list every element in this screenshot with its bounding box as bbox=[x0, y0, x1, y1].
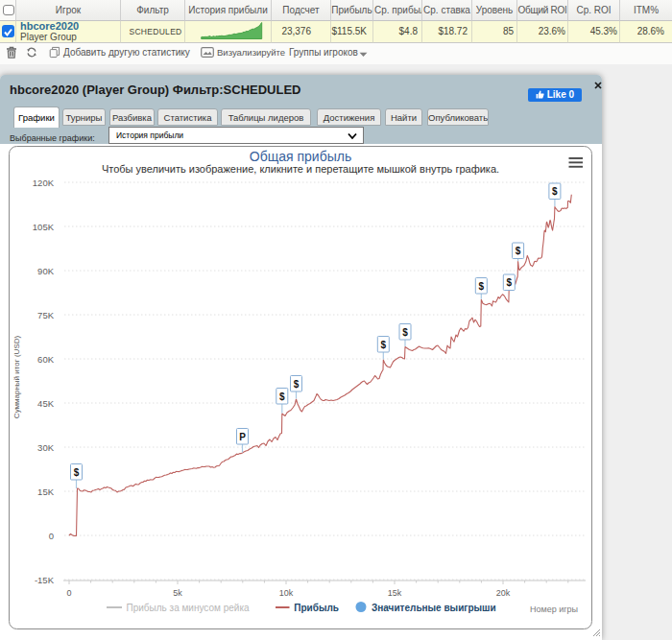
svg-text:P: P bbox=[239, 432, 246, 442]
svg-text:$: $ bbox=[552, 186, 558, 197]
svg-text:Номер игры: Номер игры bbox=[530, 604, 578, 614]
svg-text:15k: 15k bbox=[388, 588, 402, 598]
svg-text:$: $ bbox=[294, 379, 300, 390]
svg-text:Значительные выигрыши: Значительные выигрыши bbox=[372, 603, 496, 613]
svg-text:Прибыль за минусом рейка: Прибыль за минусом рейка bbox=[127, 603, 251, 613]
svg-text:60K: 60K bbox=[37, 354, 55, 365]
svg-text:15K: 15K bbox=[37, 486, 55, 497]
svg-text:$: $ bbox=[381, 340, 387, 350]
svg-text:10k: 10k bbox=[279, 588, 294, 598]
svg-text:20k: 20k bbox=[496, 588, 511, 598]
svg-text:105K: 105K bbox=[33, 222, 55, 232]
svg-text:$: $ bbox=[507, 277, 513, 288]
svg-text:90K: 90K bbox=[37, 266, 55, 276]
svg-text:0: 0 bbox=[66, 588, 71, 598]
svg-text:$: $ bbox=[479, 281, 485, 292]
svg-text:$: $ bbox=[516, 246, 521, 256]
svg-text:-15K: -15K bbox=[35, 575, 55, 585]
svg-text:5k: 5k bbox=[173, 588, 182, 598]
svg-text:Суммарный итог (USD): Суммарный итог (USD) bbox=[12, 336, 21, 419]
svg-text:$: $ bbox=[279, 391, 285, 402]
svg-text:75K: 75K bbox=[37, 310, 55, 320]
svg-text:45K: 45K bbox=[37, 398, 55, 409]
svg-text:$: $ bbox=[402, 327, 408, 338]
svg-text:$: $ bbox=[74, 467, 80, 478]
svg-text:Общая прибыль: Общая прибыль bbox=[250, 149, 351, 164]
svg-text:Прибыль: Прибыль bbox=[294, 603, 339, 613]
svg-text:Чтобы увеличить изображение, к: Чтобы увеличить изображение, кликните и … bbox=[102, 163, 499, 175]
svg-text:30K: 30K bbox=[37, 442, 55, 453]
svg-text:120K: 120K bbox=[33, 178, 55, 188]
svg-text:0: 0 bbox=[49, 531, 54, 541]
